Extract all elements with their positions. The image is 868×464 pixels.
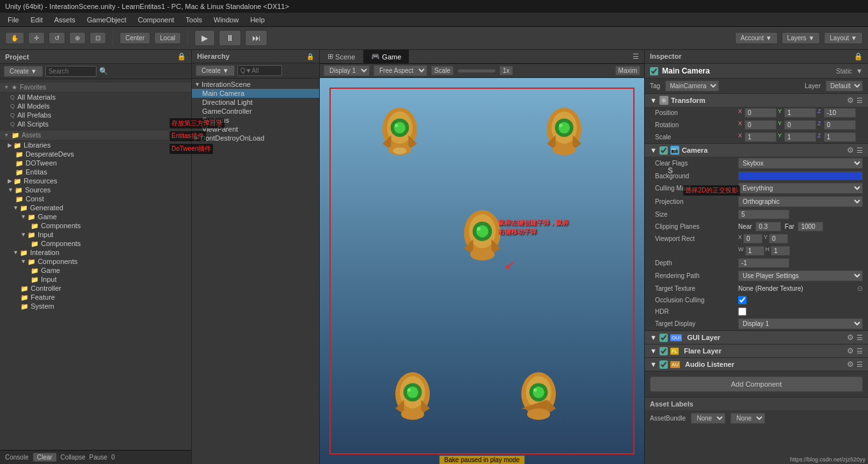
tree-desperatedevs[interactable]: 📁 DesperateDevs [0, 150, 191, 159]
tag-select[interactable]: MainCamera [665, 81, 719, 91]
static-dropdown[interactable]: ▼ [856, 67, 863, 75]
project-create-button[interactable]: Create ▼ [4, 66, 43, 77]
tree-interation[interactable]: ▼ 📁 Interation [0, 248, 191, 257]
tree-int-components[interactable]: ▼ 📁 Components [0, 257, 191, 266]
position-x[interactable] [745, 108, 777, 118]
fav-all-prefabs[interactable]: Q All Prefabs [0, 111, 191, 120]
tree-int-feature[interactable]: 📁 Feature [0, 293, 191, 302]
tool-move[interactable]: ✛ [28, 32, 45, 44]
aspect-select[interactable]: Free Aspect [374, 65, 427, 76]
tree-generated[interactable]: ▼ 📁 Generated [0, 203, 191, 212]
tool-scale[interactable]: ⊕ [69, 32, 86, 44]
hdr-check[interactable] [738, 307, 746, 316]
hierarchy-main-camera[interactable]: Main Camera [192, 89, 319, 98]
hierarchy-dontdestroy[interactable]: ▶ DontDestroyOnLoad [192, 134, 319, 143]
audio-listener-check[interactable] [659, 360, 668, 369]
hierarchy-gamecontroller[interactable]: GameController [192, 107, 319, 116]
transform-header[interactable]: ▼ ⊕ Transform ⚙ ☰ [645, 94, 868, 107]
play-button[interactable]: ▶ [194, 30, 215, 46]
gui-layer-check[interactable] [659, 334, 668, 342]
game-viewport[interactable]: 鼠标左键创建子弹，鼠标右键移动子弹 ↙ Bake paused in play … [320, 78, 644, 464]
tool-hand[interactable]: ✋ [5, 32, 24, 44]
depth-input[interactable] [738, 258, 789, 268]
target-display-select[interactable]: Display 1 [738, 318, 863, 329]
asset-bundle-select1[interactable]: None [691, 413, 725, 424]
fav-all-materials[interactable]: Q All Materials [0, 93, 191, 102]
tree-sources[interactable]: ▼ 📁 Sources [0, 185, 191, 194]
tree-gen-input[interactable]: ▼ 📁 Input [0, 230, 191, 239]
gui-layer-header[interactable]: ▼ GUI GUI Layer ⚙ ☰ [645, 331, 868, 344]
tree-gen-game[interactable]: ▼ 📁 Game [0, 212, 191, 221]
tool-rect[interactable]: ⊡ [90, 32, 106, 44]
fav-all-models[interactable]: Q All Models [0, 102, 191, 111]
asset-bundle-select2[interactable]: None [730, 413, 765, 424]
hierarchy-create-btn[interactable]: Create ▼ [196, 65, 235, 76]
fav-all-scripts[interactable]: Q All Scripts [0, 120, 191, 128]
tab-scene[interactable]: ⊞ Scene [320, 50, 363, 64]
menu-edit[interactable]: Edit [26, 15, 48, 25]
tree-libraries[interactable]: ▶ 📁 Libraries [0, 141, 191, 150]
camera-header[interactable]: ▼ 📷 Camera ⚙ ☰ [645, 144, 868, 157]
viewport-h[interactable] [771, 246, 790, 256]
flare-layer-header[interactable]: ▼ FL Flare Layer ⚙ ☰ [645, 344, 868, 357]
position-y[interactable] [784, 108, 816, 118]
scale-y[interactable] [784, 132, 816, 142]
occlusion-check[interactable] [738, 296, 746, 304]
gui-layer-gear[interactable]: ⚙ [847, 333, 854, 342]
hierarchy-viewparent[interactable]: ViewParent [192, 125, 319, 134]
center-button[interactable]: Center [120, 32, 150, 44]
gui-layer-expand[interactable]: ▼ [650, 334, 657, 341]
audio-listener-menu[interactable]: ☰ [856, 360, 863, 369]
flare-layer-expand[interactable]: ▼ [650, 347, 657, 355]
scale-x[interactable] [745, 132, 777, 142]
menu-window[interactable]: Window [209, 15, 244, 25]
near-input[interactable] [755, 222, 781, 231]
project-search-input[interactable] [45, 66, 97, 77]
project-lock-icon[interactable]: 🔒 [177, 52, 186, 61]
scale-z[interactable] [824, 132, 856, 142]
viewport-x[interactable] [743, 234, 762, 244]
tree-int-input[interactable]: 📁 Input [0, 275, 191, 284]
clear-flags-select[interactable]: Skybox [738, 158, 863, 169]
menu-file[interactable]: File [3, 15, 24, 25]
account-button[interactable]: Account ▼ [735, 32, 778, 44]
hierarchy-search[interactable] [237, 65, 282, 76]
scale-slider-area[interactable] [457, 69, 496, 73]
position-z[interactable] [824, 108, 856, 118]
flare-layer-check[interactable] [659, 347, 668, 355]
tree-gen-game-components[interactable]: 📁 Components [0, 221, 191, 230]
display-select[interactable]: Display 1 [324, 65, 370, 76]
flare-layer-gear[interactable]: ⚙ [847, 346, 854, 355]
transform-gear[interactable]: ⚙ [847, 96, 854, 105]
layout-button[interactable]: Layout ▼ [824, 32, 863, 44]
tree-const[interactable]: 📁 Const [0, 194, 191, 203]
object-active-checkbox[interactable] [650, 67, 658, 75]
hierarchy-lock[interactable]: 🔒 [306, 53, 314, 60]
inspector-lock[interactable]: 🔒 [854, 52, 863, 61]
audio-listener-header[interactable]: ▼ AU Audio Listener ⚙ ☰ [645, 358, 868, 371]
transform-menu[interactable]: ☰ [856, 97, 863, 105]
console-tab[interactable]: Console [5, 454, 29, 461]
layers-button[interactable]: Layers ▼ [782, 32, 821, 44]
audio-listener-gear[interactable]: ⚙ [847, 360, 854, 369]
background-color-swatch[interactable] [738, 171, 863, 180]
rotation-z[interactable] [824, 120, 856, 130]
menu-component[interactable]: Component [132, 15, 179, 25]
target-texture-pick[interactable]: ⊙ [857, 284, 863, 293]
menu-tools[interactable]: Tools [180, 15, 207, 25]
projection-select[interactable]: Orthographic Perspective [738, 196, 863, 207]
tree-dotween[interactable]: 📁 DOTween [0, 159, 191, 167]
size-input[interactable] [738, 210, 789, 219]
tab-bar-menu[interactable]: ☰ [627, 51, 644, 62]
viewport-y[interactable] [769, 234, 788, 244]
layer-select[interactable]: Default [826, 81, 863, 91]
rotation-y[interactable] [784, 120, 816, 130]
favorites-arrow[interactable]: ▼ [4, 84, 9, 90]
camera-menu[interactable]: ☰ [856, 146, 863, 155]
tree-int-controller[interactable]: 📁 Controller [0, 284, 191, 293]
hierarchy-systems[interactable]: Systems [192, 116, 319, 125]
clear-button[interactable]: Clear [33, 452, 57, 462]
culling-mask-select[interactable]: Everything [738, 183, 863, 194]
camera-active-check[interactable] [659, 146, 668, 155]
viewport-w[interactable] [745, 246, 764, 256]
